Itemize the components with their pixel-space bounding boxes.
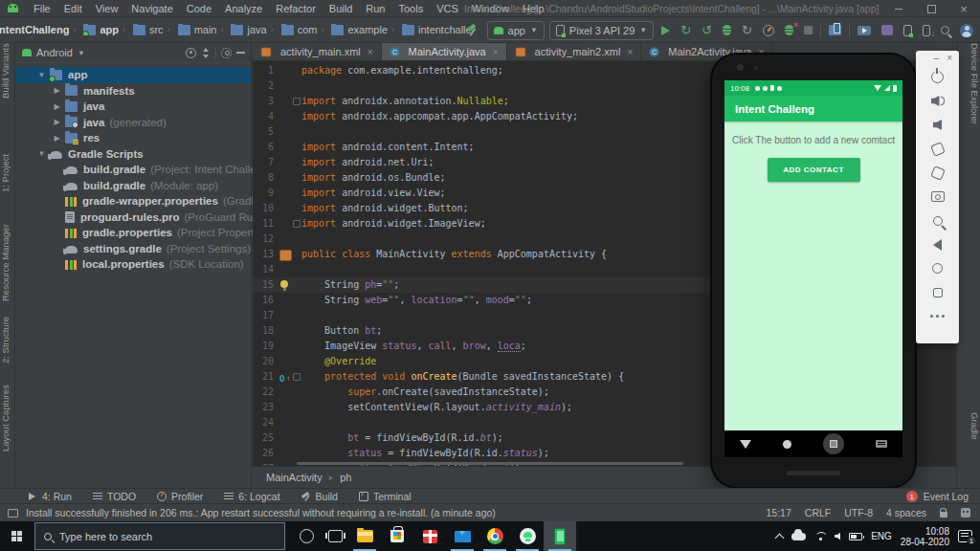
emulator-back-button[interactable] <box>925 232 950 256</box>
tree-toggle-icon[interactable]: ▶ <box>53 118 61 126</box>
close-icon[interactable]: × <box>493 47 499 57</box>
indent-setting[interactable]: 4 spaces <box>886 507 926 518</box>
hidden-icons-chevron[interactable] <box>775 533 785 542</box>
lock-icon[interactable] <box>940 512 947 518</box>
search-everywhere-icon[interactable] <box>938 21 952 40</box>
stop-button[interactable] <box>801 21 815 40</box>
debug-button[interactable] <box>720 21 734 40</box>
menu-item[interactable]: Tools <box>391 0 430 17</box>
breadcrumb-item[interactable]: main› <box>176 24 230 35</box>
sdk-manager-button[interactable] <box>920 21 933 40</box>
microsoft-store-icon[interactable] <box>381 521 413 551</box>
layout-gutter-icon[interactable] <box>278 250 292 261</box>
close-icon[interactable]: × <box>368 47 373 57</box>
menu-item[interactable]: Run <box>359 0 391 17</box>
menu-item[interactable]: Analyze <box>218 0 269 17</box>
tool-window-stripe-button[interactable]: 2: Structure <box>0 298 15 382</box>
tree-toggle-icon[interactable]: ▼ <box>37 149 46 158</box>
emulator-home-button[interactable] <box>925 256 950 280</box>
device-manager-button[interactable] <box>826 21 844 40</box>
phone-screen[interactable]: 10:08 Intent Challeng Click The button t… <box>724 80 902 457</box>
menu-item[interactable]: Refactor <box>269 0 323 17</box>
tree-toggle-icon[interactable]: ▶ <box>53 86 61 95</box>
emulator-overview-button[interactable] <box>925 280 950 304</box>
tree-item-gradle-wrapper-properties[interactable]: gradle-wrapper.properties(Gradle Version… <box>16 193 251 209</box>
run-button[interactable] <box>658 21 673 40</box>
file-encoding[interactable]: UTF-8 <box>844 507 873 518</box>
language-indicator[interactable]: ENG <box>871 531 892 541</box>
line-ending[interactable]: CRLF <box>805 507 831 518</box>
tree-item-gradle-scripts[interactable]: ▼Gradle Scripts <box>16 146 251 163</box>
layout-inspector-button[interactable] <box>901 21 915 40</box>
tree-toggle-icon[interactable]: ▶ <box>53 134 61 143</box>
profile-avatar[interactable] <box>957 21 976 40</box>
gear-icon[interactable] <box>221 48 232 58</box>
avd-manager-button[interactable] <box>855 21 874 40</box>
power-button[interactable] <box>925 65 950 89</box>
cortana-button[interactable] <box>300 529 314 543</box>
menu-item[interactable]: Build <box>323 0 359 17</box>
breadcrumb-item[interactable]: java› <box>229 24 278 35</box>
add-contact-button[interactable]: ADD CONTACT <box>768 158 860 182</box>
emulator-close-button[interactable]: × <box>947 53 952 65</box>
locate-file-icon[interactable] <box>186 48 196 58</box>
battery-tray-icon[interactable] <box>849 533 862 540</box>
start-button[interactable] <box>0 521 34 551</box>
maximize-button[interactable] <box>915 0 947 17</box>
tree-item-manifests[interactable]: ▶manifests <box>16 83 251 99</box>
tool-window-button-todo[interactable]: TODO <box>82 489 146 504</box>
gradle-daemon-icon[interactable] <box>961 508 970 518</box>
tree-item-java[interactable]: ▶java <box>16 99 251 115</box>
tool-window-stripe-button[interactable]: Resource Manager <box>0 227 15 301</box>
fold-marker-icon[interactable] <box>292 94 301 109</box>
build-hammer-icon[interactable] <box>463 21 482 40</box>
tree-toggle-icon[interactable]: ▼ <box>37 71 46 79</box>
tree-item-build-gradle[interactable]: build.gradle(Module: app) <box>16 178 251 194</box>
volume-up-button[interactable] <box>925 89 950 113</box>
breadcrumb-item[interactable]: IntentChalleng› <box>0 24 81 35</box>
gift-app-icon[interactable] <box>413 521 446 551</box>
tool-window-button-terminal[interactable]: Terminal <box>348 489 422 504</box>
breadcrumb-member[interactable]: ph <box>340 472 351 483</box>
caret-position[interactable]: 15:17 <box>767 507 791 518</box>
onedrive-icon[interactable] <box>791 533 806 540</box>
rotate-right-button[interactable] <box>925 161 950 185</box>
breadcrumb-item[interactable]: example› <box>329 24 400 35</box>
minimize-button[interactable] <box>882 0 915 17</box>
tree-item-proguard-rules-pro[interactable]: proguard-rules.pro(ProGuard Rules for ap… <box>16 209 251 226</box>
keyboard-icon[interactable] <box>876 440 887 448</box>
tool-window-stripe-button[interactable]: Gradle <box>957 366 980 486</box>
tree-item-res[interactable]: ▶res <box>16 130 251 146</box>
tab-mainactivity-java[interactable]: MainActivity.java× <box>382 43 507 60</box>
breadcrumb-item[interactable]: src› <box>131 24 176 35</box>
tool-window-button-logcat[interactable]: 6: Logcat <box>213 489 290 504</box>
profile-button[interactable] <box>760 21 777 40</box>
breadcrumb-item[interactable]: com› <box>279 24 330 35</box>
zoom-button[interactable] <box>925 209 950 232</box>
tree-item-settings-gradle[interactable]: settings.gradle(Project Settings) <box>16 241 251 257</box>
home-button[interactable] <box>783 440 791 449</box>
mail-icon[interactable] <box>446 521 479 551</box>
file-explorer-icon[interactable] <box>348 521 381 551</box>
project-view-selector[interactable]: Android <box>36 47 73 58</box>
tree-item-build-gradle[interactable]: build.gradle(Project: Intent Challeng) <box>16 162 251 178</box>
tool-window-stripe-button[interactable]: Build Variants <box>0 43 15 99</box>
task-view-button[interactable] <box>328 530 343 542</box>
fold-marker-icon[interactable] <box>292 369 301 385</box>
tab-activity-main2-xml[interactable]: activity_main2.xml× <box>507 43 642 60</box>
taskbar-clock[interactable]: 10:08 28-04-2020 <box>901 526 949 547</box>
close-icon[interactable]: × <box>627 47 633 57</box>
taskbar-search[interactable]: Type here to search <box>34 522 285 550</box>
rotate-left-button[interactable] <box>925 137 950 161</box>
device-select[interactable]: Pixel 3 API 29 ▼ <box>549 21 654 40</box>
tool-window-stripe-button[interactable]: Device File Explorer <box>957 43 980 124</box>
apply-changes-button[interactable]: ↻ <box>678 21 694 40</box>
tree-item-app[interactable]: ▼app <box>16 67 251 83</box>
menu-item[interactable]: Edit <box>57 0 89 17</box>
tree-toggle-icon[interactable]: ▶ <box>53 102 61 111</box>
menu-item[interactable]: Code <box>180 0 218 17</box>
menu-item[interactable]: View <box>89 0 125 17</box>
volume-down-button[interactable] <box>925 113 950 137</box>
volume-tray-icon[interactable] <box>835 533 840 540</box>
tool-window-button-build[interactable]: Build <box>291 489 348 504</box>
